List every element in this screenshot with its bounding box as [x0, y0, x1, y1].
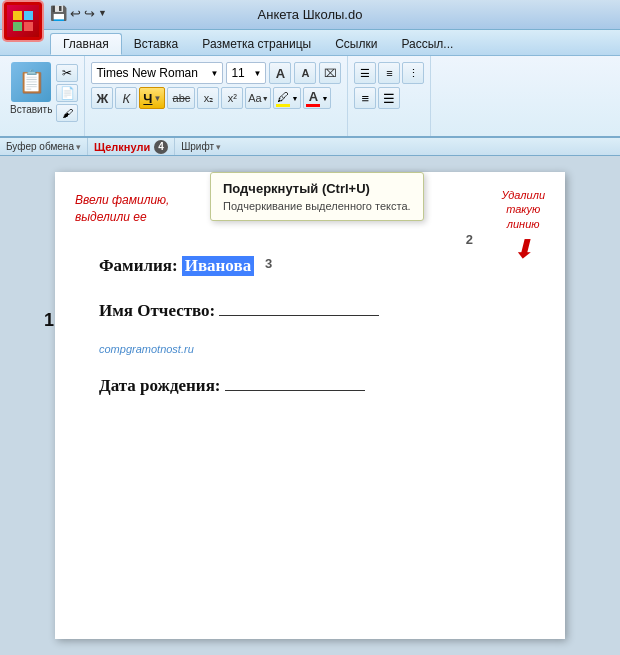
step-3-label: 3: [265, 256, 272, 271]
clipboard-group: 📋 Вставить ✂ 📄 🖌: [4, 56, 85, 136]
clipboard-label: Буфер обмена: [6, 141, 74, 152]
font-color-button[interactable]: А ▼: [303, 87, 331, 109]
list-number-button[interactable]: ≡: [378, 62, 400, 84]
font-shrink-button[interactable]: A: [294, 62, 316, 84]
save-qa-button[interactable]: 💾: [50, 5, 67, 21]
font-group-label: Шрифт: [181, 141, 214, 152]
document-area: 1 Ввели фамилию, выделили ее Удалили так…: [0, 156, 620, 655]
ribbon: 📋 Вставить ✂ 📄 🖌 Times New Roman ▼ 11 ▼ …: [0, 56, 620, 138]
quick-access-toolbar: 💾 ↩ ↪ ▼: [50, 5, 107, 21]
superscript-button[interactable]: x²: [221, 87, 243, 109]
change-case-button[interactable]: Аа ▼: [245, 87, 271, 109]
ribbon-tabs: Главная Вставка Разметка страницы Ссылки…: [0, 30, 620, 56]
firstname-underline: [219, 296, 379, 316]
field-birthday: Дата рождения:: [99, 371, 521, 396]
tooltip-description: Подчеркивание выделенного текста.: [223, 200, 411, 212]
website: compgramotnost.ru: [99, 343, 521, 355]
tooltip-box: Подчеркнутый (Ctrl+U) Подчеркивание выде…: [210, 172, 424, 221]
list-bullet-button[interactable]: ☰: [354, 62, 376, 84]
clicked-label: Щелкнули: [94, 141, 150, 153]
firstname-label: Имя Отчество:: [99, 301, 215, 321]
surname-value: Иванова: [182, 256, 254, 276]
font-color-a: А: [309, 89, 318, 104]
step-1-label: 1: [44, 310, 54, 331]
tab-mailings[interactable]: Рассыл...: [389, 33, 465, 55]
field-firstname: Имя Отчество:: [99, 296, 521, 321]
paste-icon: 📋: [11, 62, 51, 102]
title-text: Анкета Школы.do: [258, 7, 363, 22]
italic-button[interactable]: К: [115, 87, 137, 109]
undo-qa-button[interactable]: ↩: [70, 6, 81, 21]
svg-rect-2: [13, 22, 22, 31]
tab-references[interactable]: Ссылки: [323, 33, 389, 55]
paste-button[interactable]: 📋 Вставить: [10, 62, 52, 115]
font-size-selector[interactable]: 11 ▼: [226, 62, 266, 84]
qa-dropdown-button[interactable]: ▼: [98, 8, 107, 18]
copy-button[interactable]: 📄: [56, 84, 78, 102]
svg-rect-3: [24, 22, 33, 31]
surname-label: Фамилия:: [99, 256, 178, 276]
svg-rect-1: [24, 11, 33, 20]
tab-page-layout[interactable]: Разметка страницы: [190, 33, 323, 55]
ribbon-bottom-bar: Буфер обмена ▾ Щелкнули 4 Шрифт ▾: [0, 138, 620, 156]
underline-label: Ч: [143, 91, 152, 106]
format-painter-button[interactable]: 🖌: [56, 104, 78, 122]
tooltip-title: Подчеркнутый (Ctrl+U): [223, 181, 411, 196]
title-bar: 💾 ↩ ↪ ▼ Анкета Школы.do: [0, 0, 620, 30]
document-page: Ввели фамилию, выделили ее Удалили такую…: [55, 172, 565, 639]
list-multilevel-button[interactable]: ⋮: [402, 62, 424, 84]
subscript-button[interactable]: x₂: [197, 87, 219, 109]
annotation-remove-line: Удалили такую линию ⬇: [501, 188, 545, 267]
tab-insert[interactable]: Вставка: [122, 33, 191, 55]
paste-label: Вставить: [10, 104, 52, 115]
highlight-button[interactable]: 🖊 ▼: [273, 87, 301, 109]
birthday-underline: [225, 371, 365, 391]
strikethrough-button[interactable]: abc: [167, 87, 195, 109]
annotation-enter-name: Ввели фамилию, выделили ее: [75, 192, 169, 226]
font-name-selector[interactable]: Times New Roman ▼: [91, 62, 223, 84]
clear-format-button[interactable]: ⌧: [319, 62, 341, 84]
bold-button[interactable]: Ж: [91, 87, 113, 109]
birthday-label: Дата рождения:: [99, 376, 221, 396]
clicked-number: 4: [154, 140, 168, 154]
office-button[interactable]: [4, 2, 42, 40]
align-left-button[interactable]: ≡: [354, 87, 376, 109]
cut-button[interactable]: ✂: [56, 64, 78, 82]
font-group: Times New Roman ▼ 11 ▼ A A ⌧ Ж К Ч ▼: [85, 56, 348, 136]
clipboard-small-buttons: ✂ 📄 🖌: [56, 64, 78, 122]
font-grow-button[interactable]: A: [269, 62, 291, 84]
step-2-label: 2: [466, 232, 473, 247]
svg-rect-0: [13, 11, 22, 20]
align-center-button[interactable]: ☰: [378, 87, 400, 109]
tab-home[interactable]: Главная: [50, 33, 122, 55]
underline-button[interactable]: Ч ▼: [139, 87, 165, 109]
paragraph-group: ☰ ≡ ⋮ ≡ ☰: [348, 56, 431, 136]
redo-qa-button[interactable]: ↪: [84, 6, 95, 21]
field-surname: Фамилия: Иванова: [99, 256, 521, 276]
underline-chevron: ▼: [154, 94, 162, 103]
